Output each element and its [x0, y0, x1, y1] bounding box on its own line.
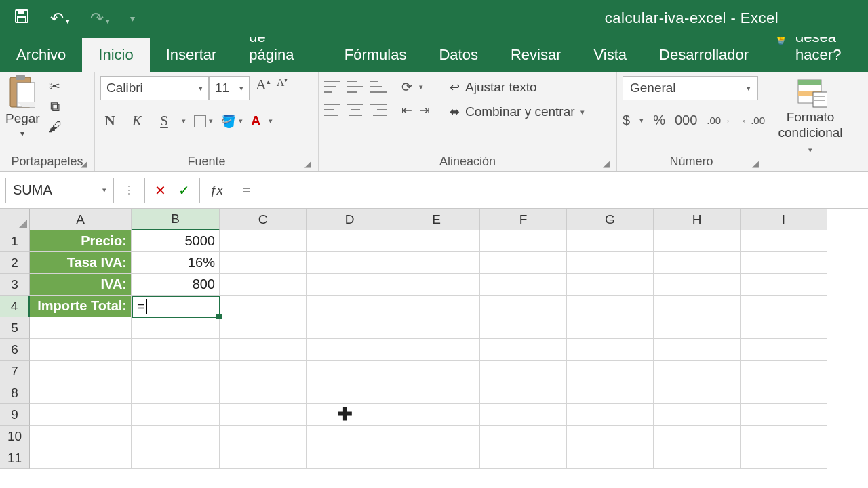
cell[interactable]	[741, 339, 827, 361]
cell[interactable]	[132, 361, 220, 382]
cell[interactable]	[132, 317, 220, 339]
cell[interactable]	[654, 426, 741, 447]
cell[interactable]	[654, 296, 741, 317]
cell[interactable]	[654, 317, 741, 339]
format-painter-icon[interactable]: 🖌	[45, 119, 64, 134]
comma-format-button[interactable]: 000	[675, 113, 697, 128]
cell[interactable]	[741, 230, 827, 252]
underline-button[interactable]: S	[155, 113, 174, 129]
cell[interactable]	[220, 404, 307, 426]
cell[interactable]	[741, 252, 827, 274]
cell[interactable]: 800	[132, 274, 220, 296]
cell[interactable]	[132, 382, 220, 404]
row-header[interactable]: 8	[0, 382, 30, 404]
cell[interactable]	[480, 447, 567, 469]
cell[interactable]	[132, 404, 220, 426]
cell[interactable]	[307, 382, 393, 404]
paste-button[interactable]: Pegar ▾	[5, 76, 40, 138]
font-name-select[interactable]: Calibri▾	[100, 76, 209, 100]
cell[interactable]	[307, 274, 393, 296]
cell[interactable]	[480, 361, 567, 382]
cell[interactable]	[393, 339, 480, 361]
cell[interactable]	[220, 426, 307, 447]
cell[interactable]	[741, 296, 827, 317]
align-center-icon[interactable]	[347, 102, 363, 118]
column-header[interactable]: H	[654, 209, 741, 230]
cell[interactable]	[220, 317, 307, 339]
cancel-edit-icon[interactable]: ✕	[155, 182, 166, 199]
cell[interactable]: 5000	[132, 230, 220, 252]
fill-color-button[interactable]: 🪣▾	[221, 114, 243, 129]
cell[interactable]	[393, 296, 480, 317]
cell[interactable]	[220, 230, 307, 252]
tab-inicio[interactable]: Inicio	[82, 38, 149, 72]
cell[interactable]	[654, 361, 741, 382]
cell[interactable]	[132, 447, 220, 469]
column-header[interactable]: B	[132, 209, 220, 230]
font-size-select[interactable]: 11▾	[209, 76, 250, 100]
dialog-launcher-icon[interactable]: ◢	[304, 159, 311, 169]
cell[interactable]	[393, 230, 480, 252]
column-header[interactable]: G	[567, 209, 654, 230]
dialog-launcher-icon[interactable]: ◢	[752, 159, 759, 169]
cell[interactable]	[307, 447, 393, 469]
cell[interactable]	[30, 404, 132, 426]
cell[interactable]	[220, 339, 307, 361]
cell[interactable]	[30, 382, 132, 404]
cell[interactable]	[567, 274, 654, 296]
cell[interactable]	[567, 296, 654, 317]
cell[interactable]	[567, 317, 654, 339]
cell[interactable]	[220, 447, 307, 469]
align-left-icon[interactable]	[324, 102, 340, 118]
row-header[interactable]: 4	[0, 296, 30, 317]
cell[interactable]	[741, 274, 827, 296]
cell[interactable]	[220, 274, 307, 296]
cell[interactable]	[307, 230, 393, 252]
cell[interactable]	[132, 339, 220, 361]
tab-revisar[interactable]: Revisar	[494, 38, 578, 72]
cell[interactable]	[654, 230, 741, 252]
increase-indent-icon[interactable]: ⇥	[419, 102, 430, 118]
cell[interactable]	[220, 296, 307, 317]
cell[interactable]	[393, 447, 480, 469]
cell[interactable]	[567, 361, 654, 382]
row-header[interactable]: 7	[0, 361, 30, 382]
cell[interactable]	[480, 230, 567, 252]
border-button[interactable]: ▾	[194, 115, 213, 127]
formula-bar-input[interactable]	[233, 178, 868, 203]
cell[interactable]: Importe Total:	[30, 296, 132, 317]
wrap-text-button[interactable]: ↩ Ajustar texto	[450, 80, 585, 95]
font-color-dropdown-icon[interactable]: ▾	[269, 117, 273, 125]
cell[interactable]	[30, 447, 132, 469]
increase-font-icon[interactable]: A▴	[254, 76, 273, 100]
cell[interactable]: Tasa IVA:	[30, 252, 132, 274]
cell[interactable]	[567, 230, 654, 252]
cell[interactable]	[393, 252, 480, 274]
orientation-icon[interactable]: ⟳	[401, 79, 412, 95]
column-header[interactable]: E	[393, 209, 480, 230]
row-header[interactable]: 3	[0, 274, 30, 296]
column-header[interactable]: C	[220, 209, 307, 230]
cell[interactable]	[30, 339, 132, 361]
cell[interactable]	[307, 296, 393, 317]
cell[interactable]	[654, 252, 741, 274]
cell[interactable]	[132, 426, 220, 447]
column-header[interactable]: A	[30, 209, 132, 230]
cell[interactable]	[393, 361, 480, 382]
cell[interactable]	[567, 382, 654, 404]
cell[interactable]	[480, 317, 567, 339]
align-right-icon[interactable]	[370, 102, 387, 118]
cell[interactable]	[480, 274, 567, 296]
cell[interactable]	[480, 252, 567, 274]
row-header[interactable]: 5	[0, 317, 30, 339]
increase-decimal-icon[interactable]: .00→	[707, 115, 731, 126]
dialog-launcher-icon[interactable]: ◢	[603, 159, 610, 169]
cell[interactable]	[30, 361, 132, 382]
tab-datos[interactable]: Datos	[422, 38, 494, 72]
column-header[interactable]: F	[480, 209, 567, 230]
row-header[interactable]: 1	[0, 230, 30, 252]
align-bottom-icon[interactable]	[370, 79, 387, 95]
select-all-button[interactable]	[0, 209, 30, 230]
align-top-icon[interactable]	[324, 79, 340, 95]
cell[interactable]	[567, 339, 654, 361]
